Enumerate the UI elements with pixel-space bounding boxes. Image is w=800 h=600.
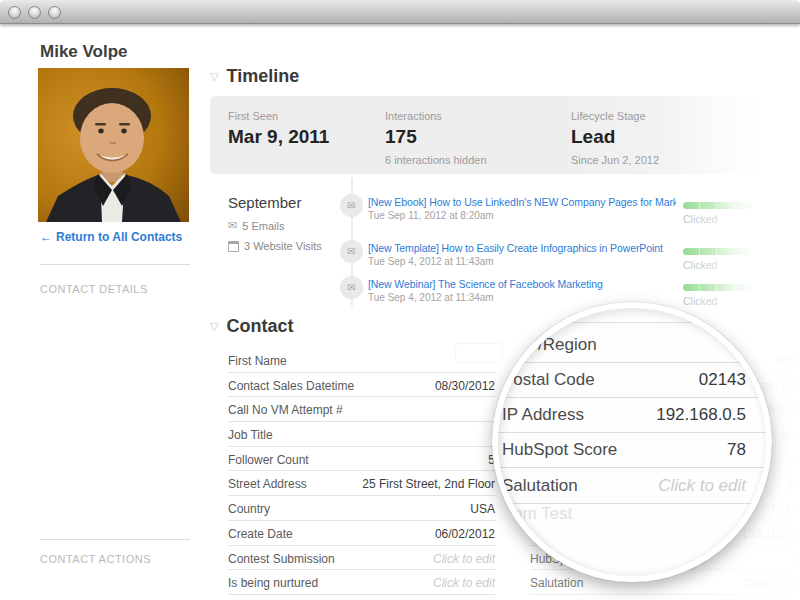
engagement-progress-bar (683, 202, 753, 209)
field-label: Create Date (228, 527, 293, 541)
field-label: Follower Count (228, 453, 309, 467)
field-label: Postal Code (502, 370, 595, 389)
contact-field-row: Job Title (228, 422, 495, 447)
field-value[interactable]: 08/30/2012 (435, 379, 495, 393)
event-status: Clicked (683, 295, 717, 307)
field-value[interactable]: lead (782, 428, 800, 442)
contact-field-row: Street Address 25 First Street, 2nd Floo… (228, 471, 495, 496)
portrait-illustration (38, 68, 189, 222)
contact-details-heading: CONTACT DETAILS (40, 283, 148, 295)
field-label: Salutation (502, 476, 578, 495)
field-label: First Name (228, 354, 287, 368)
magnified-field-row: IP Address 192.168.0.5 (502, 405, 746, 425)
envelope-icon: ✉ (347, 200, 355, 211)
event-node: ✉ (340, 194, 363, 217)
zoom-window-button[interactable] (48, 6, 61, 19)
field-label: Country (228, 502, 270, 516)
return-to-contacts-link[interactable]: ←Return to All Contacts (40, 230, 182, 244)
timeline-events: ✉ [New Ebook] How to Use LinkedIn's NEW … (340, 0, 800, 330)
field-value[interactable]: 25 First Street, 2nd Floor (362, 477, 495, 491)
month-stat: ✉ 5 Emails (228, 219, 322, 232)
field-label: Is being nurtured (228, 576, 318, 590)
timeline-event: ✉ [New Ebook] How to Use LinkedIn's NEW … (340, 194, 800, 230)
field-value[interactable]: Click to edit (433, 552, 495, 566)
event-date: Tue Sep 4, 2012 at 11:43am (368, 256, 494, 267)
field-value[interactable]: MA (787, 477, 800, 491)
magnified-field-row: /Region (502, 335, 746, 355)
field-value: 02143 (699, 370, 746, 390)
field-label: Call No VM Attempt # (228, 403, 343, 417)
magnified-content: oo /Region Postal Code 02143 IP Address … (498, 308, 766, 576)
contact-field-row: Contact Sales Datetime 08/30/2012 (228, 373, 495, 398)
contact-actions-heading: CONTACT ACTIONS (40, 553, 151, 565)
field-label: IP Address (502, 405, 584, 424)
field-label: Salutation (530, 576, 583, 590)
month-stat-label: 5 Emails (242, 220, 284, 232)
field-value[interactable]: Phon (777, 354, 800, 368)
event-date: Tue Sep 4, 2012 at 11:34am (368, 292, 494, 303)
field-value[interactable]: 78 (792, 552, 800, 566)
magnifier-loupe: oo /Region Postal Code 02143 IP Address … (492, 302, 772, 582)
magnified-field-row: Postal Code 02143 (502, 370, 746, 390)
collapse-triangle-icon[interactable]: ▽ (210, 321, 218, 332)
sidebar-divider (40, 264, 190, 265)
contact-photo (38, 68, 189, 222)
field-value[interactable]: Click to edit (433, 576, 495, 590)
close-window-button[interactable] (8, 6, 21, 19)
contact-field-row: Country USA (228, 496, 495, 521)
field-value: 78 (727, 440, 746, 460)
app-window: Mike Volpe (0, 0, 800, 600)
event-status: Clicked (683, 259, 717, 271)
envelope-icon: ✉ (347, 246, 355, 257)
event-title-link[interactable]: [New Template] How to Easily Create Info… (368, 242, 663, 254)
contact-form-left-column: First Name Contact Sales Datetime 08/30/… (228, 348, 495, 595)
field-value[interactable]: 192.168.0.5 (742, 527, 800, 541)
field-label: /Region (538, 335, 597, 354)
webpage-icon (228, 241, 239, 252)
field-label: Contest Submission (228, 552, 335, 566)
stat-label: First Seen (228, 110, 329, 122)
month-stat: 3 Website Visits (228, 240, 322, 252)
contact-field-row: First Name (228, 348, 495, 373)
month-name: September (228, 194, 322, 211)
field-label: Contact Sales Datetime (228, 379, 354, 393)
magnified-faint-text: om Test (513, 504, 572, 524)
engagement-progress-bar (683, 284, 753, 291)
field-value[interactable]: Click to edit (743, 576, 800, 590)
timeline-event: ✉ [New Webinar] The Science of Facebook … (340, 276, 800, 312)
minimize-window-button[interactable] (28, 6, 41, 19)
timeline-section-header: ▽ Timeline (210, 66, 299, 87)
field-value[interactable]: USA (470, 502, 495, 516)
collapse-triangle-icon[interactable]: ▽ (210, 71, 218, 82)
field-label: HubSpot Score (502, 440, 617, 459)
contact-field-row: Call No VM Attempt # (228, 397, 495, 422)
event-node: ✉ (340, 276, 363, 299)
highlighted-value-box (456, 344, 502, 362)
contact-field-row: Create Date 06/02/2012 (228, 521, 495, 546)
field-value: 192.168.0.5 (656, 405, 746, 425)
event-title-link[interactable]: [New Ebook] How to Use LinkedIn's NEW Co… (368, 196, 676, 208)
field-label: Job Title (228, 428, 273, 442)
contact-name: Mike Volpe (40, 42, 128, 62)
timeline-title: Timeline (226, 66, 299, 87)
timeline-stat: First Seen Mar 9, 2011 ⚙▾ (228, 110, 329, 148)
sidebar-divider (40, 539, 190, 540)
back-arrow-icon: ← (40, 230, 52, 244)
event-title-link[interactable]: [New Webinar] The Science of Facebook Ma… (368, 278, 603, 290)
magnified-field-row: Salutation Click to edit (502, 476, 746, 496)
field-value[interactable]: 02143 (772, 502, 800, 516)
engagement-progress-bar (683, 248, 753, 255)
field-label: Street Address (228, 477, 307, 491)
contact-section-header: ▽ Contact (210, 316, 293, 337)
stat-value: Mar 9, 2011 (228, 126, 329, 148)
event-node: ✉ (340, 240, 363, 263)
contact-field-row: Contest Submission Click to edit (228, 546, 495, 571)
window-titlebar (0, 0, 800, 24)
field-value[interactable]: 06/02/2012 (435, 527, 495, 541)
magnified-field-row: HubSpot Score 78 (502, 440, 746, 460)
contact-field-row: Is being nurtured Click to edit (228, 570, 495, 595)
timeline-event: ✉ [New Template] How to Easily Create In… (340, 240, 800, 276)
month-summary: September ✉ 5 Emails 3 Website Visits (228, 194, 322, 252)
field-value: Click to edit (658, 476, 746, 496)
event-date: Tue Sep 11, 2012 at 8:20am (368, 210, 494, 221)
